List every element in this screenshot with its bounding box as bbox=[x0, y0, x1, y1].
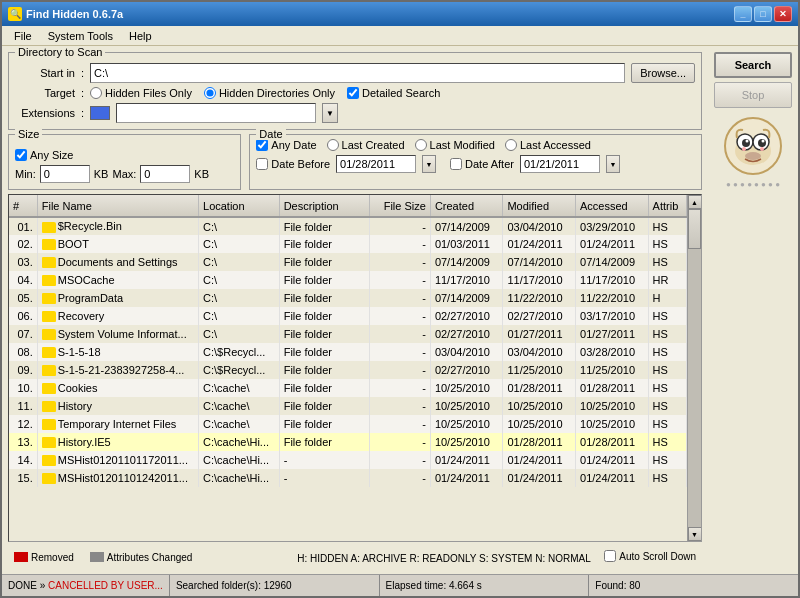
last-accessed-radio[interactable] bbox=[505, 139, 517, 151]
content: Directory to Scan Start in : Browse... T… bbox=[2, 46, 798, 574]
browse-button[interactable]: Browse... bbox=[631, 63, 695, 83]
right-panel: Search Stop ● ● ● ● bbox=[708, 46, 798, 574]
stop-button[interactable]: Stop bbox=[714, 82, 792, 108]
last-accessed-option[interactable]: Last Accessed bbox=[505, 139, 591, 151]
search-button[interactable]: Search bbox=[714, 52, 792, 78]
close-button[interactable]: ✕ bbox=[774, 6, 792, 22]
table-row[interactable]: 08.S-1-5-18C:\$Recycl...File folder-03/0… bbox=[9, 343, 687, 361]
table-row[interactable]: 07.System Volume Informat...C:\File fold… bbox=[9, 325, 687, 343]
last-created-label: Last Created bbox=[342, 139, 405, 151]
table-header-row: # File Name Location Description File Si… bbox=[9, 195, 687, 217]
extensions-input[interactable] bbox=[116, 103, 316, 123]
table-row[interactable]: 15.MSHist01201101242011...C:\cache\Hi...… bbox=[9, 469, 687, 487]
table-row[interactable]: 11.HistoryC:\cache\File folder-10/25/201… bbox=[9, 397, 687, 415]
status-bar: DONE » CANCELLED BY USER... Searched fol… bbox=[2, 574, 798, 596]
date-label: Date bbox=[256, 128, 285, 140]
size-label: Size bbox=[15, 128, 42, 140]
scroll-track[interactable] bbox=[688, 209, 701, 527]
title-bar: 🔍 Find Hidden 0.6.7a _ □ ✕ bbox=[2, 2, 798, 26]
table-row[interactable]: 09.S-1-5-21-2383927258-4...C:\$Recycl...… bbox=[9, 361, 687, 379]
any-size-checkbox[interactable] bbox=[15, 149, 27, 161]
date-before-label: Date Before bbox=[271, 158, 330, 170]
detailed-search-option[interactable]: Detailed Search bbox=[347, 87, 440, 99]
table-row[interactable]: 12.Temporary Internet FilesC:\cache\File… bbox=[9, 415, 687, 433]
hidden-files-radio[interactable] bbox=[90, 87, 102, 99]
table-row[interactable]: 01.$Recycle.BinC:\File folder-07/14/2009… bbox=[9, 217, 687, 235]
max-input[interactable] bbox=[140, 165, 190, 183]
date-before-option[interactable]: Date Before bbox=[256, 158, 330, 170]
any-date-label: Any Date bbox=[271, 139, 316, 151]
table-row[interactable]: 13.History.IE5C:\cache\Hi...File folder-… bbox=[9, 433, 687, 451]
date-group: Date Any Date Last Created Last Modif bbox=[249, 134, 702, 190]
menu-system-tools[interactable]: System Tools bbox=[40, 28, 121, 44]
detailed-search-checkbox[interactable] bbox=[347, 87, 359, 99]
target-colon: : bbox=[81, 87, 84, 99]
app-icon: 🔍 bbox=[8, 7, 22, 21]
main-window: 🔍 Find Hidden 0.6.7a _ □ ✕ File System T… bbox=[0, 0, 800, 598]
any-date-option[interactable]: Any Date bbox=[256, 139, 316, 151]
min-input[interactable] bbox=[40, 165, 90, 183]
status-done: DONE » bbox=[8, 580, 45, 591]
col-created: Created bbox=[430, 195, 503, 217]
last-modified-radio[interactable] bbox=[415, 139, 427, 151]
hidden-files-option[interactable]: Hidden Files Only bbox=[90, 87, 192, 99]
extensions-colon: : bbox=[81, 107, 84, 119]
last-accessed-label: Last Accessed bbox=[520, 139, 591, 151]
menu-file[interactable]: File bbox=[6, 28, 40, 44]
status-elapsed: Elapsed time: 4.664 s bbox=[380, 575, 590, 596]
table-row[interactable]: 14.MSHist01201101172011...C:\cache\Hi...… bbox=[9, 451, 687, 469]
date-after-checkbox[interactable] bbox=[450, 158, 462, 170]
auto-scroll-option[interactable]: Auto Scroll Down bbox=[604, 550, 696, 562]
status-found: Found: 80 bbox=[589, 575, 798, 596]
dots-decoration: ● ● ● ● ● ● ● ● bbox=[723, 180, 783, 189]
table-row[interactable]: 05.ProgramDataC:\File folder-07/14/20091… bbox=[9, 289, 687, 307]
scroll-thumb[interactable] bbox=[688, 209, 701, 249]
date-after-option[interactable]: Date After bbox=[450, 158, 514, 170]
date-before-checkbox[interactable] bbox=[256, 158, 268, 170]
table-row[interactable]: 04.MSOCacheC:\File folder-11/17/201011/1… bbox=[9, 271, 687, 289]
any-size-option[interactable]: Any Size bbox=[15, 149, 73, 161]
maximize-button[interactable]: □ bbox=[754, 6, 772, 22]
date-after-input[interactable] bbox=[520, 155, 600, 173]
scroll-up-button[interactable]: ▲ bbox=[688, 195, 702, 209]
last-modified-option[interactable]: Last Modified bbox=[415, 139, 495, 151]
hidden-dirs-option[interactable]: Hidden Directories Only bbox=[204, 87, 335, 99]
date-before-dropdown[interactable]: ▼ bbox=[422, 155, 436, 173]
results-table: # File Name Location Description File Si… bbox=[9, 195, 687, 487]
detailed-search-label: Detailed Search bbox=[362, 87, 440, 99]
hidden-dirs-radio[interactable] bbox=[204, 87, 216, 99]
window-title: Find Hidden 0.6.7a bbox=[26, 8, 123, 20]
svg-point-10 bbox=[760, 147, 764, 151]
any-size-label: Any Size bbox=[30, 149, 73, 161]
table-row[interactable]: 06.RecoveryC:\File folder-02/27/201002/2… bbox=[9, 307, 687, 325]
legend-right: H: HIDDEN A: ARCHIVE R: READONLY S: SYST… bbox=[297, 550, 696, 564]
scroll-down-button[interactable]: ▼ bbox=[688, 527, 702, 541]
menu-help[interactable]: Help bbox=[121, 28, 160, 44]
size-group: Size Any Size Min: KB Max: KB bbox=[8, 134, 241, 190]
mid-row: Size Any Size Min: KB Max: KB bbox=[8, 134, 702, 190]
date-after-dropdown[interactable]: ▼ bbox=[606, 155, 620, 173]
hidden-files-label: Hidden Files Only bbox=[105, 87, 192, 99]
results-table-scroll[interactable]: # File Name Location Description File Si… bbox=[9, 195, 687, 541]
col-filesize: File Size bbox=[370, 195, 430, 217]
col-attrib: Attrib bbox=[648, 195, 686, 217]
status-left: DONE » CANCELLED BY USER... bbox=[2, 575, 170, 596]
extensions-dropdown[interactable]: ▼ bbox=[322, 103, 338, 123]
min-label: Min: bbox=[15, 168, 36, 180]
title-bar-left: 🔍 Find Hidden 0.6.7a bbox=[8, 7, 123, 21]
table-row[interactable]: 03.Documents and SettingsC:\File folder-… bbox=[9, 253, 687, 271]
vertical-scrollbar[interactable]: ▲ ▼ bbox=[687, 195, 701, 541]
start-in-input[interactable] bbox=[90, 63, 625, 83]
auto-scroll-checkbox[interactable] bbox=[604, 550, 616, 562]
status-elapsed-text: Elapsed time: 4.664 s bbox=[386, 580, 482, 591]
extensions-color-picker[interactable] bbox=[90, 106, 110, 120]
date-before-input[interactable] bbox=[336, 155, 416, 173]
last-created-radio[interactable] bbox=[327, 139, 339, 151]
last-created-option[interactable]: Last Created bbox=[327, 139, 405, 151]
col-modified: Modified bbox=[503, 195, 576, 217]
legend-removed-label: Removed bbox=[31, 552, 74, 563]
table-row[interactable]: 02.BOOTC:\File folder-01/03/201101/24/20… bbox=[9, 235, 687, 253]
any-date-checkbox[interactable] bbox=[256, 139, 268, 151]
table-row[interactable]: 10.CookiesC:\cache\File folder-10/25/201… bbox=[9, 379, 687, 397]
minimize-button[interactable]: _ bbox=[734, 6, 752, 22]
